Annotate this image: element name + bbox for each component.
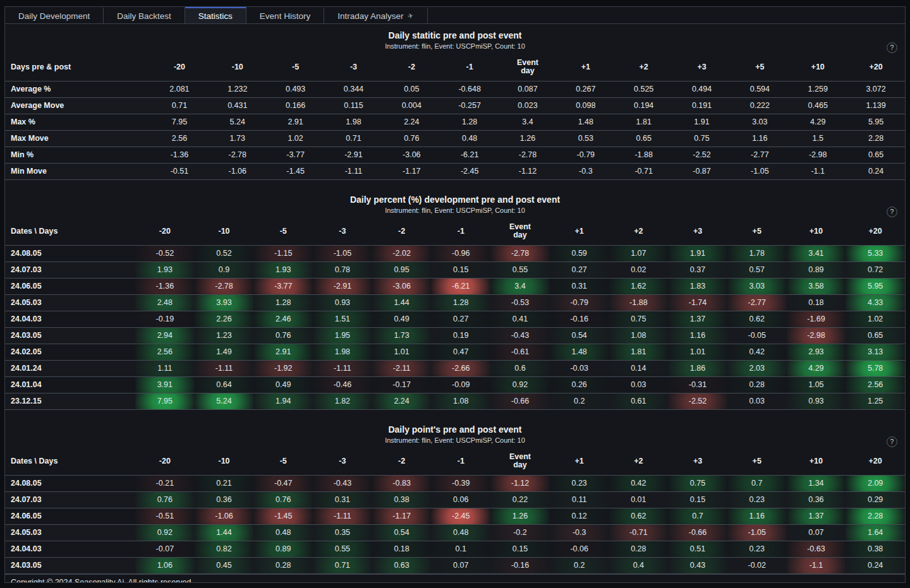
table-row: 24.05.030.921.440.480.350.540.48-0.2-0.3…	[5, 525, 905, 541]
value-cell: -1.1	[789, 164, 847, 180]
value-cell: 0.9	[195, 262, 254, 279]
row-label: 23.12.15	[5, 393, 135, 410]
column-header: Event day	[499, 52, 557, 81]
value-cell: -0.71	[609, 525, 669, 541]
value-cell: -0.47	[253, 476, 313, 492]
value-cell: 0.098	[557, 98, 615, 114]
tab-label: Daily Backtest	[117, 8, 171, 24]
value-cell: 1.28	[431, 295, 490, 311]
value-cell: 2.91	[253, 344, 313, 361]
value-cell: 5.33	[846, 246, 905, 262]
value-cell: 1.51	[313, 311, 372, 328]
main-window: Daily DevelopmentDaily BacktestStatistic…	[4, 6, 906, 583]
value-cell: -0.79	[550, 295, 609, 311]
value-cell: 1.34	[787, 476, 846, 492]
column-header: -20	[150, 52, 209, 81]
value-cell: 3.072	[847, 81, 905, 98]
row-label: 24.04.03	[5, 541, 135, 558]
value-cell: 1.07	[609, 246, 669, 262]
daily-statistic-table: Days pre & post-20-10-5-3-2-1Event day+1…	[5, 52, 905, 180]
value-cell: -0.16	[490, 558, 550, 574]
column-header: +5	[731, 52, 789, 81]
value-cell: -2.52	[673, 147, 731, 164]
value-cell: 0.01	[609, 492, 669, 508]
value-cell: -2.78	[499, 147, 557, 164]
column-header: Event day	[490, 446, 550, 476]
column-header: -10	[195, 446, 254, 476]
value-cell: -2.77	[727, 295, 787, 311]
section-daily-percent-development: Daily percent (%) development pre and po…	[5, 188, 905, 410]
value-cell: 0.76	[253, 328, 313, 344]
value-cell: 7.95	[150, 114, 209, 131]
value-cell: 1.37	[668, 311, 727, 328]
value-cell: 1.08	[431, 393, 490, 410]
tab-event-history[interactable]: Event History	[246, 7, 324, 23]
value-cell: 0.54	[372, 525, 432, 541]
value-cell: -2.45	[431, 508, 490, 525]
value-cell: -3.77	[267, 147, 325, 164]
value-cell: 0.47	[431, 344, 490, 361]
value-cell: 0.11	[550, 492, 609, 508]
value-cell: 0.267	[557, 81, 615, 98]
value-cell: -1.45	[253, 508, 313, 525]
column-header: +20	[846, 446, 905, 476]
value-cell: -6.21	[440, 147, 499, 164]
value-cell: 0.76	[135, 492, 195, 508]
value-cell: 0.344	[325, 81, 383, 98]
tab-daily-backtest[interactable]: Daily Backtest	[104, 7, 185, 23]
tab-intraday-analyser[interactable]: Intraday Analyser✈	[324, 7, 428, 23]
value-cell: 0.55	[490, 262, 550, 279]
value-cell: -1.11	[325, 164, 383, 180]
value-cell: 0.115	[325, 98, 383, 114]
value-cell: 0.494	[673, 81, 731, 98]
value-cell: 1.16	[727, 508, 787, 525]
value-cell: -0.03	[550, 361, 609, 377]
value-cell: 0.05	[382, 81, 440, 98]
help-icon[interactable]: ?	[887, 207, 897, 217]
tab-daily-development[interactable]: Daily Development	[5, 7, 104, 23]
value-cell: 2.28	[846, 508, 905, 525]
value-cell: -0.21	[135, 476, 195, 492]
section-subtitle: Instrument: flin, Event: USCPmiSP, Count…	[5, 436, 905, 445]
value-cell: 1.81	[609, 344, 669, 361]
value-cell: -0.257	[440, 98, 499, 114]
value-cell: -0.66	[490, 393, 550, 410]
value-cell: 0.23	[727, 492, 787, 508]
value-cell: 0.15	[490, 541, 550, 558]
value-cell: 1.83	[668, 279, 727, 295]
help-icon[interactable]: ?	[887, 436, 897, 447]
value-cell: -0.39	[431, 476, 490, 492]
section-daily-points: Daily point's pre and post event Instrum…	[5, 418, 905, 574]
tab-statistics[interactable]: Statistics	[185, 7, 246, 23]
table-row: 24.02.052.561.492.911.981.010.47-0.611.4…	[5, 344, 905, 361]
row-label: Average %	[5, 81, 150, 98]
value-cell: 0.52	[195, 246, 254, 262]
value-cell: -1.06	[195, 508, 254, 525]
value-cell: 0.07	[787, 525, 846, 541]
value-cell: 0.35	[313, 525, 372, 541]
value-cell: 1.81	[615, 114, 673, 131]
value-cell: -3.06	[372, 279, 432, 295]
value-cell: 4.29	[787, 361, 846, 377]
value-cell: -2.91	[313, 279, 372, 295]
value-cell: 0.89	[253, 541, 313, 558]
value-cell: 0.48	[440, 131, 499, 147]
value-cell: 3.4	[490, 279, 550, 295]
value-cell: 1.98	[313, 344, 372, 361]
value-cell: 0.72	[846, 262, 905, 279]
value-cell: -2.78	[195, 279, 254, 295]
column-header: Event day	[490, 216, 550, 246]
help-icon[interactable]: ?	[887, 42, 897, 53]
value-cell: 0.12	[550, 508, 609, 525]
table-row: 24.01.241.11-1.11-1.92-1.11-2.11-2.660.6…	[5, 361, 905, 377]
value-cell: 0.22	[490, 492, 550, 508]
value-cell: 1.98	[325, 114, 383, 131]
daily-percent-table: Dates \ Days-20-10-5-3-2-1Event day+1+2+…	[5, 216, 905, 410]
value-cell: 2.46	[253, 311, 313, 328]
value-cell: 0.37	[668, 262, 727, 279]
value-cell: 2.94	[135, 328, 195, 344]
corner-header: Days pre & post	[5, 52, 150, 81]
value-cell: -0.17	[372, 377, 432, 393]
value-cell: 1.48	[557, 114, 615, 131]
daily-points-table: Dates \ Days-20-10-5-3-2-1Event day+1+2+…	[5, 446, 905, 574]
